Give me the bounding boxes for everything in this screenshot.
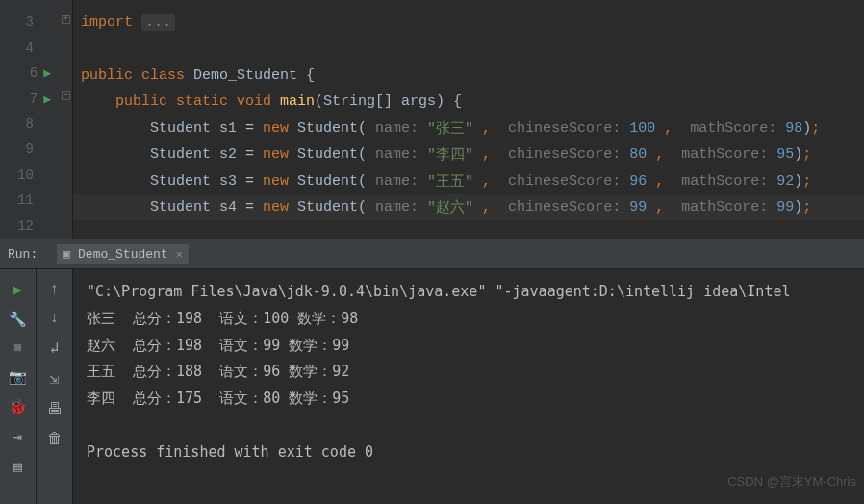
line-number: 12 (13, 218, 38, 234)
run-tool-window: ▶ 🔧 ■ 📷 🐞 ⇥ ▤ ↑ ↓ ↲ ⇲ 🖶 🗑 "C:\Program Fi… (0, 269, 864, 504)
fold-collapse-icon[interactable]: − (62, 91, 70, 100)
line-number: 9 (13, 141, 38, 157)
gutter-row: 11 (0, 188, 72, 213)
stop-icon[interactable]: ■ (13, 340, 22, 357)
code-line[interactable]: Student s1 = new Student( name: "张三" , c… (73, 115, 864, 141)
up-icon[interactable]: ↑ (50, 281, 60, 298)
gutter-row: 12 (0, 214, 72, 239)
fold-expand-icon[interactable]: + (62, 15, 70, 24)
watermark: CSDN @言末YM-Chris (727, 473, 856, 491)
gutter-run-icon[interactable]: ▶ (41, 91, 55, 107)
code-line[interactable]: import ... (73, 10, 864, 36)
line-number: 6 (16, 65, 41, 81)
gutter-row: 10 (0, 163, 72, 188)
code-line[interactable] (73, 36, 864, 62)
close-icon[interactable]: ✕ (176, 247, 183, 262)
console-line: 张三 总分：198 语文：100 数学：98 (87, 306, 851, 333)
code-line[interactable]: Student s3 = new Student( name: "王五" , c… (73, 167, 864, 193)
camera-icon[interactable]: 📷 (9, 368, 27, 387)
layout-icon[interactable]: ▤ (13, 458, 22, 476)
code-line[interactable] (73, 220, 864, 246)
code-line[interactable]: public static void main(String[] args) { (73, 88, 864, 114)
wrench-icon[interactable]: 🔧 (9, 311, 27, 329)
run-actions-right: ↑ ↓ ↲ ⇲ 🖶 🗑 (37, 269, 73, 504)
soft-wrap-icon[interactable]: ↲ (50, 339, 60, 358)
gutter: 3 + 4 6▶ 7▶− 8 9 10 11 12 (0, 0, 73, 239)
code-editor: 3 + 4 6▶ 7▶− 8 9 10 11 12 import ...publ… (0, 0, 864, 239)
gutter-row: 6▶ (0, 61, 72, 86)
line-number: 4 (13, 40, 38, 56)
console-line: 赵六 总分：198 语文：99 数学：99 (87, 333, 851, 360)
line-number: 3 (13, 14, 38, 30)
run-config-tab[interactable]: ▣ Demo_Student ✕ (57, 244, 189, 264)
line-number: 10 (13, 167, 38, 183)
console-cmd: "C:\Program Files\Java\jdk-9.0.4\bin\jav… (87, 279, 851, 306)
run-icon[interactable]: ▶ (13, 281, 22, 299)
gutter-row: 8 (0, 112, 72, 137)
exit-icon[interactable]: ⇥ (13, 428, 22, 446)
run-label: Run: (8, 247, 38, 262)
app-icon: ▣ (63, 246, 70, 262)
trash-icon[interactable]: 🗑 (47, 430, 63, 448)
code-area[interactable]: import ...public class Demo_Student { pu… (73, 0, 864, 239)
gutter-row: 3 + (0, 10, 72, 35)
code-line[interactable]: Student s2 = new Student( name: "李四" , c… (73, 141, 864, 167)
down-icon[interactable]: ↓ (50, 310, 60, 327)
run-actions-left: ▶ 🔧 ■ 📷 🐞 ⇥ ▤ (0, 269, 37, 504)
gutter-row: 9 (0, 137, 72, 162)
code-line[interactable]: Student s4 = new Student( name: "赵六" , c… (73, 194, 864, 220)
line-number: 8 (13, 116, 38, 132)
run-tab-name: Demo_Student (78, 247, 168, 262)
gutter-run-icon[interactable]: ▶ (41, 65, 55, 81)
console-exit: Process finished with exit code 0 (87, 440, 851, 466)
debug-icon[interactable]: 🐞 (9, 398, 27, 416)
gutter-row: 7▶− (0, 86, 72, 111)
code-line[interactable]: public class Demo_Student { (73, 63, 864, 88)
line-number: 7 (16, 91, 41, 107)
print-icon[interactable]: 🖶 (47, 400, 63, 418)
console-output[interactable]: "C:\Program Files\Java\jdk-9.0.4\bin\jav… (73, 269, 864, 504)
scroll-end-icon[interactable]: ⇲ (50, 369, 60, 389)
console-line: 李四 总分：175 语文：80 数学：95 (87, 386, 851, 413)
console-line: 王五 总分：188 语文：96 数学：92 (87, 359, 851, 386)
gutter-row: 4 (0, 35, 72, 60)
line-number: 11 (13, 192, 38, 208)
